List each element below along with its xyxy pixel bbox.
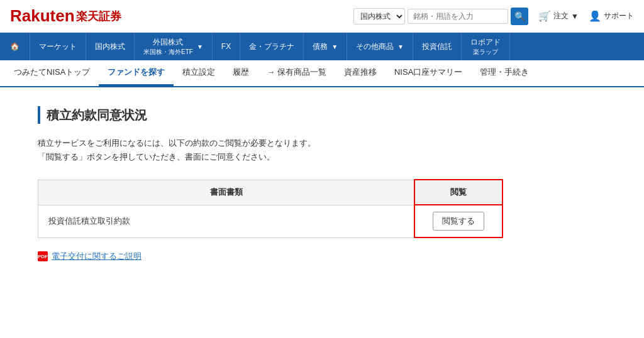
title-accent-bar: [38, 106, 40, 124]
nav-gold[interactable]: 金・プラチナ: [240, 33, 304, 60]
description-line2: 「閲覧する」ボタンを押していただき、書面にご同意ください。: [38, 150, 503, 164]
col-view: 閲覧: [414, 180, 502, 205]
nav-foreign-stock-main-label: 外国株式: [153, 37, 183, 48]
nav-fx[interactable]: FX: [213, 33, 240, 60]
sub-nav: つみたてNISAトップ ファンドを探す 積立設定 履歴 → 保有商品一覧 資産推…: [0, 60, 644, 87]
nav-foreign-stock-sub-label: 米国株・海外ETF: [143, 48, 193, 57]
nav-investment-trust[interactable]: 投資信託: [413, 33, 462, 60]
subnav-setup[interactable]: 積立設定: [174, 60, 224, 86]
search-select[interactable]: 国内株式: [353, 8, 405, 25]
nav-fx-label: FX: [221, 42, 231, 51]
nav-robo-sub-label: 楽ラップ: [473, 48, 498, 57]
logo-rakuten: Rakuten: [10, 6, 75, 26]
page-title: 積立約款同意状況: [47, 107, 147, 124]
nav-bonds-label: 債務: [313, 41, 328, 52]
nav-other-label: その他商品: [356, 41, 394, 52]
subnav-nisa-summary[interactable]: NISA口座サマリー: [386, 60, 471, 86]
electronic-delivery-link[interactable]: 電子交付に関するご説明: [52, 251, 142, 262]
subnav-manage[interactable]: 管理・手続き: [471, 60, 538, 86]
col-document: 書面書類: [38, 180, 415, 205]
support-label: サポート: [604, 11, 634, 21]
search-input[interactable]: [408, 9, 508, 24]
cart-label: 注文: [553, 11, 569, 21]
document-name: 投資信託積立取引約款: [38, 205, 415, 237]
cart-dropdown-icon: ▼: [571, 12, 579, 21]
header: Rakuten 楽天証券 国内株式 🔍 🛒 注文 ▼ 👤 サポート: [0, 0, 644, 33]
subnav-asset-transition[interactable]: 資産推移: [335, 60, 386, 86]
nav-domestic-stock[interactable]: 国内株式: [86, 33, 135, 60]
support-icon: 👤: [589, 10, 601, 22]
chevron-down-icon: ▼: [197, 43, 203, 50]
search-button[interactable]: 🔍: [511, 8, 528, 25]
main-nav: 🏠 マーケット 国内株式 外国株式 米国株・海外ETF ▼ FX 金・プラチナ …: [0, 33, 644, 60]
table-row: 投資信託積立取引約款 閲覧する: [38, 205, 503, 237]
nav-bonds[interactable]: 債務 ▼: [304, 33, 347, 60]
subnav-nisa-top[interactable]: つみたてNISAトップ: [5, 60, 99, 86]
logo-jp: 楽天証券: [76, 9, 121, 24]
chevron-down-icon-bonds: ▼: [331, 43, 338, 50]
link-row: PDF 電子交付に関するご説明: [38, 251, 503, 262]
main-content: 積立約款同意状況 積立サービスをご利用になるには、以下の約款のご閲覧が必要となり…: [0, 87, 541, 281]
nav-home[interactable]: 🏠: [0, 33, 30, 60]
nav-other[interactable]: その他商品 ▼: [347, 33, 413, 60]
nav-foreign-stock[interactable]: 外国株式 米国株・海外ETF ▼: [135, 33, 213, 60]
cart-icon: 🛒: [538, 10, 551, 22]
nav-domestic-stock-label: 国内株式: [95, 41, 125, 52]
nav-market-label: マーケット: [39, 41, 77, 52]
nav-robo-main-label: ロボアド: [470, 37, 501, 48]
nav-gold-label: 金・プラチナ: [249, 41, 294, 52]
nav-investment-trust-label: 投資信託: [422, 41, 452, 52]
nav-market[interactable]: マーケット: [30, 33, 86, 60]
description-line1: 積立サービスをご利用になるには、以下の約款のご閲覧が必要となります。: [38, 136, 503, 150]
page-title-bar: 積立約款同意状況: [38, 106, 503, 124]
subnav-find-fund[interactable]: ファンドを探す: [99, 60, 174, 86]
support-button[interactable]: 👤 サポート: [589, 10, 634, 22]
chevron-down-icon-other: ▼: [397, 43, 404, 50]
description: 積立サービスをご利用になるには、以下の約款のご閲覧が必要となります。 「閲覧する…: [38, 136, 503, 164]
nav-robo-advisor[interactable]: ロボアド 楽ラップ: [462, 33, 510, 60]
consent-table: 書面書類 閲覧 投資信託積立取引約款 閲覧する: [38, 179, 503, 238]
view-button[interactable]: 閲覧する: [433, 212, 484, 231]
search-area: 国内株式 🔍: [353, 8, 528, 25]
cart-button[interactable]: 🛒 注文 ▼: [538, 10, 579, 22]
view-button-cell: 閲覧する: [414, 205, 502, 237]
pdf-icon: PDF: [38, 251, 48, 261]
header-actions: 🛒 注文 ▼ 👤 サポート: [538, 10, 634, 22]
subnav-history[interactable]: 履歴: [224, 60, 258, 86]
subnav-holdings[interactable]: → 保有商品一覧: [258, 60, 335, 86]
logo-area: Rakuten 楽天証券: [10, 6, 121, 26]
